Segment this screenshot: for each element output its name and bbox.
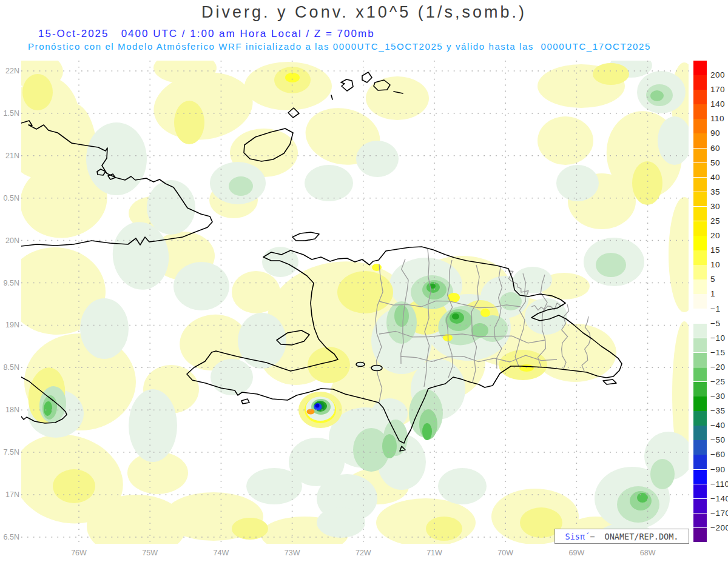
shading-blob (658, 116, 692, 165)
lat-tick-label: 21N (0, 152, 19, 160)
colorbar-block (693, 90, 707, 105)
colorbar-block (693, 279, 707, 295)
shading-blob (650, 459, 675, 489)
colorbar-block (693, 265, 707, 280)
shading-blob (480, 309, 490, 317)
colorbar-tick-label: −30 (710, 392, 725, 401)
shading-blob (174, 101, 204, 144)
lon-tick-label: 71W (421, 549, 448, 557)
colorbar-block (693, 119, 707, 134)
colorbar-tick-label: 40 (710, 173, 720, 182)
colorbar-block (693, 133, 707, 149)
colorbar-block (693, 528, 707, 543)
lon-tick-label: 76W (66, 549, 92, 557)
lon-tick-label: 73W (279, 549, 306, 557)
shading-blob (356, 141, 399, 177)
shading-blob (426, 517, 462, 541)
shading-blob (80, 298, 129, 359)
colorbar-block (693, 75, 707, 90)
colorbar-block (693, 324, 707, 339)
lon-tick-label: 70W (492, 549, 519, 557)
colorbar-block (693, 426, 707, 441)
weather-map-page: Diverg. y Conv. x10^5 (1/s,somb.) 15-Oct… (0, 0, 728, 562)
lat-tick-label: 20N (0, 236, 19, 245)
colorbar-tick-label: 200 (710, 70, 725, 79)
colorbar-block (693, 250, 707, 266)
colorbar-tick-label: −20 (710, 363, 725, 372)
colorbar-block (693, 470, 707, 485)
colorbar-tick-label: −25 (710, 377, 725, 386)
colorbar-block (693, 163, 707, 178)
colorbar-tick-label: 30 (710, 202, 720, 211)
colorbar-tick-label: −40 (710, 421, 725, 430)
lat-tick-label: 18N (0, 406, 19, 414)
shading-blob (556, 165, 599, 201)
shading-blob (229, 176, 253, 196)
colorbar-block (693, 236, 707, 251)
lat-tick-label: 17N (0, 490, 19, 499)
colorbar-block (693, 221, 707, 236)
lat-tick-label: 9.5N (0, 279, 19, 287)
map-canvas (0, 0, 728, 562)
plot-area (0, 52, 700, 558)
colorbar-tick-label: 20 (710, 231, 720, 240)
colorbar-block (693, 455, 707, 470)
colorbar-block (693, 104, 707, 119)
brand-label: Sisπ́ (565, 532, 585, 541)
lat-tick-label: 7.5N (0, 448, 19, 457)
shading-blob (86, 122, 147, 195)
shading-blob (246, 468, 302, 504)
colorbar-tick-label: −5 (710, 319, 720, 328)
colorbar-tick-label: 50 (710, 158, 720, 167)
shading-blob (593, 63, 629, 85)
colorbar-block (693, 440, 707, 455)
shading-blob (513, 267, 552, 293)
shading-blob (147, 180, 195, 235)
shading-blob (422, 423, 432, 440)
shading-blob (382, 434, 397, 458)
shading-blob (305, 165, 353, 201)
shading-blob (337, 271, 393, 313)
colorbar-tick-label: 10 (710, 260, 720, 269)
colorbar-tick-label: −35 (710, 406, 725, 415)
shading-blob (232, 518, 268, 540)
shading-blob (596, 253, 626, 277)
island-tortue (292, 232, 319, 241)
shading-blob (317, 507, 365, 538)
colorbar-tick-label: −90 (710, 465, 725, 474)
colorbar-tick-label: −200 (710, 523, 728, 532)
colorbar-tick-label: 25 (710, 216, 720, 226)
lon-tick-label: 75W (136, 549, 163, 557)
shading-blob (500, 292, 522, 310)
shading-blob (307, 409, 315, 415)
colorbar-block (693, 178, 707, 193)
shading-blob (153, 52, 217, 84)
lat-tick-label: 0.5N (0, 194, 19, 202)
shading-blob (285, 73, 300, 82)
lon-tick-label: 69W (563, 549, 590, 557)
shading-blob (129, 389, 177, 462)
colorbar-tick-label: 140 (710, 99, 725, 109)
lat-tick-label: 22N (0, 67, 19, 75)
colorbar-block (693, 499, 707, 514)
colorbar-tick-label: −1 (710, 304, 720, 313)
lat-tick-label: 6.5N (0, 533, 19, 541)
lat-tick-label: 8.5N (0, 363, 19, 372)
colorbar-tick-label: −170 (710, 509, 728, 518)
colorbar-tick-label: 110 (710, 114, 724, 123)
shading-blob (376, 498, 476, 547)
colorbar-tick-label: 170 (710, 85, 725, 94)
island-saona (603, 380, 616, 384)
colorbar-block (693, 484, 707, 500)
colorbar-tick-label: 15 (710, 246, 720, 255)
lat-tick-label: 1.5N (0, 109, 19, 118)
colorbar-tick-label: 90 (710, 129, 720, 138)
colorbar-tick-label: 60 (710, 144, 720, 153)
colorbar-block (693, 61, 707, 76)
shading-blob (650, 90, 664, 101)
shading-layer (0, 52, 700, 558)
colorbar-block (693, 396, 707, 412)
colorbar-block (693, 294, 707, 309)
attribution-text: − ONAMET/REP.DOM. (585, 532, 678, 541)
shading-blob (372, 264, 382, 271)
